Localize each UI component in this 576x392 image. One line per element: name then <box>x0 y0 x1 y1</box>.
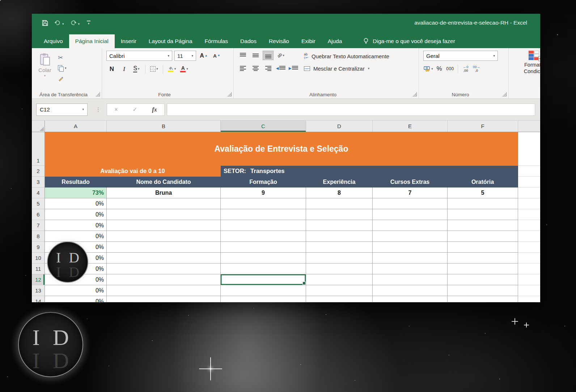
italic-button[interactable]: I <box>119 64 130 74</box>
cell-E7[interactable] <box>373 220 448 231</box>
cell-B11[interactable] <box>107 264 221 274</box>
cell-F5[interactable] <box>448 198 518 209</box>
tab-pagina-inicial[interactable]: Página Inicial <box>69 34 115 48</box>
cell-B6[interactable] <box>107 209 221 220</box>
cell-D11[interactable] <box>306 264 373 274</box>
font-color-button[interactable]: A ▾ <box>179 64 190 74</box>
merge-center-button[interactable]: ↔ Mesclar e Centralizar ▾ <box>304 64 389 73</box>
accounting-format-button[interactable]: ▾ <box>423 64 433 73</box>
cell-C4[interactable]: 9 <box>221 187 306 198</box>
row-header-4[interactable]: 4 <box>32 187 45 198</box>
tab-formulas[interactable]: Fórmulas <box>199 34 234 48</box>
cell-C14[interactable] <box>221 296 306 302</box>
row-header-2[interactable]: 2 <box>32 166 45 177</box>
cell-C10[interactable] <box>221 253 306 264</box>
font-size-select[interactable]: 11 ▾ <box>174 51 196 61</box>
cell-D14[interactable] <box>306 296 373 302</box>
number-dialog-launcher[interactable] <box>503 92 507 96</box>
cell-G2[interactable] <box>518 166 540 177</box>
cell-F10[interactable] <box>448 253 518 264</box>
row-header-6[interactable]: 6 <box>32 209 45 220</box>
underline-button[interactable]: S▾ <box>131 64 142 74</box>
align-right-button[interactable] <box>263 64 274 73</box>
cell-G10[interactable] <box>518 253 540 264</box>
cell-A6[interactable]: 0% <box>45 209 107 220</box>
column-header-E[interactable]: E <box>373 121 448 132</box>
cell-F12[interactable] <box>448 274 518 285</box>
cell-B5[interactable] <box>107 198 221 209</box>
cell-E13[interactable] <box>373 285 448 296</box>
name-box[interactable]: C12 ▾ <box>36 104 88 116</box>
header-oratoria[interactable]: Oratória <box>448 177 518 187</box>
row-header-14[interactable]: 14 <box>32 296 45 302</box>
decrease-font-button[interactable]: A▼ <box>211 51 222 61</box>
cell-G4[interactable] <box>518 187 540 198</box>
cell-G13[interactable] <box>518 285 540 296</box>
cell-B8[interactable] <box>107 231 221 242</box>
cell-C9[interactable] <box>221 242 306 253</box>
increase-font-button[interactable]: A▲ <box>198 51 209 61</box>
cell-D12[interactable] <box>306 274 373 285</box>
wrap-text-button[interactable]: abc↩ Quebrar Texto Automaticamente <box>304 51 389 61</box>
tab-layout-da-pagina[interactable]: Layout da Página <box>143 34 199 48</box>
format-painter-button[interactable] <box>58 75 67 83</box>
redo-button[interactable]: ▾ <box>70 20 80 26</box>
conditional-formatting-button[interactable]: ≠ FormataCondicio <box>515 51 540 75</box>
row-header-1[interactable]: 1 <box>32 132 45 166</box>
increase-decimal-button[interactable]: ←0,00 <box>461 64 471 73</box>
cell-A5[interactable]: 0% <box>45 198 107 209</box>
cell-F7[interactable] <box>448 220 518 231</box>
cell-B4[interactable]: Bruna <box>107 187 221 198</box>
number-format-select[interactable]: Geral ▾ <box>423 51 498 61</box>
tab-arquivo[interactable]: Arquivo <box>38 34 69 48</box>
tab-exibir[interactable]: Exibir <box>295 34 322 48</box>
cell-subtitle-A2-B2[interactable]: Avaliação vai de 0 a 10 <box>45 166 221 177</box>
align-top-button[interactable] <box>237 51 248 60</box>
row-header-3[interactable]: 3 <box>32 177 45 187</box>
borders-button[interactable]: ▾ <box>149 64 160 74</box>
cell-D10[interactable] <box>306 253 373 264</box>
orientation-button[interactable]: ab▾ <box>275 51 286 60</box>
cell-D4[interactable]: 8 <box>306 187 373 198</box>
tab-revisao[interactable]: Revisão <box>263 34 295 48</box>
cell-F6[interactable] <box>448 209 518 220</box>
bold-button[interactable]: N <box>106 64 117 74</box>
cell-B10[interactable] <box>107 253 221 264</box>
row-header-5[interactable]: 5 <box>32 198 45 209</box>
column-header-D[interactable]: D <box>306 121 373 132</box>
cell-C12[interactable] <box>221 274 306 285</box>
row-header-10[interactable]: 10 <box>32 253 45 264</box>
header-resultado[interactable]: Resultado <box>45 177 107 187</box>
cell-G12[interactable] <box>518 274 540 285</box>
cell-A14[interactable]: 0% <box>45 296 107 302</box>
align-bottom-button[interactable] <box>263 51 274 60</box>
cell-C7[interactable] <box>221 220 306 231</box>
cell-G9[interactable] <box>518 242 540 253</box>
redo-dropdown-caret[interactable]: ▾ <box>78 22 80 26</box>
cell-A13[interactable]: 0% <box>45 285 107 296</box>
cancel-button[interactable]: × <box>114 106 118 113</box>
cell-E4[interactable]: 7 <box>373 187 448 198</box>
cell-B13[interactable] <box>107 285 221 296</box>
cell-D9[interactable] <box>306 242 373 253</box>
insert-function-button[interactable]: fx <box>152 106 157 113</box>
cell-B14[interactable] <box>107 296 221 302</box>
increase-indent-button[interactable]: ▶ <box>288 64 299 73</box>
header-nome-do-candidato[interactable]: Nome do Candidato <box>107 177 221 187</box>
cell-F4[interactable]: 5 <box>448 187 518 198</box>
cell-D5[interactable] <box>306 198 373 209</box>
undo-button[interactable]: ▾ <box>54 20 64 26</box>
header-cursos-extras[interactable]: Cursos Extras <box>373 177 448 187</box>
tab-inserir[interactable]: Inserir <box>115 34 143 48</box>
cell-C8[interactable] <box>221 231 306 242</box>
column-header-F[interactable]: F <box>448 121 518 132</box>
cell-sector-C2-F2[interactable]: SETOR: Transportes <box>221 166 518 177</box>
row-header-8[interactable]: 8 <box>32 231 45 242</box>
cell-E8[interactable] <box>373 231 448 242</box>
row-header-12[interactable]: 12 <box>32 274 45 285</box>
row-header-11[interactable]: 11 <box>32 264 45 274</box>
cell-E14[interactable] <box>373 296 448 302</box>
cell-C6[interactable] <box>221 209 306 220</box>
column-header-A[interactable]: A <box>45 121 107 132</box>
cell-title-A1-F1[interactable]: Avaliação de Entrevista e Seleção <box>45 132 518 166</box>
